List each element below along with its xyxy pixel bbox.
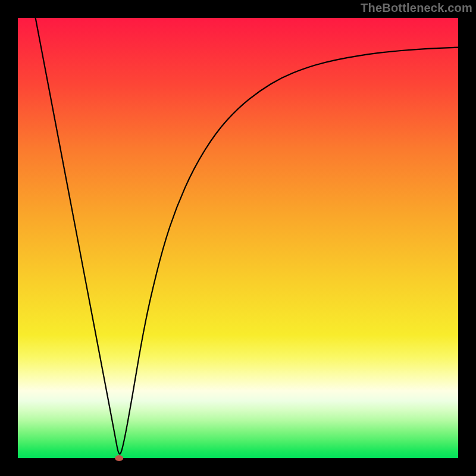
bottleneck-chart <box>0 0 476 476</box>
chart-frame: TheBottleneck.com <box>0 0 476 476</box>
watermark-text: TheBottleneck.com <box>361 1 472 15</box>
optimal-point-marker <box>115 455 123 461</box>
chart-background <box>18 18 458 458</box>
